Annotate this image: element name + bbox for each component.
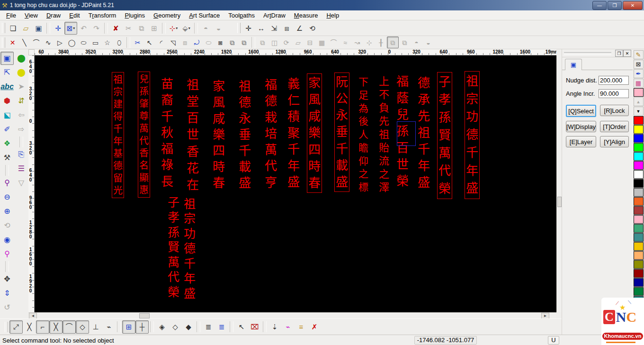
redraw-tool[interactable]: ⟲ — [0, 219, 14, 232]
pick-add-button[interactable]: ↖ — [235, 320, 248, 334]
menu-toolpaths[interactable]: Toolpaths — [224, 11, 259, 20]
preview-zoom-tool[interactable]: ⚲ — [0, 176, 14, 190]
pick-node-button[interactable]: ↖ — [143, 36, 155, 48]
color-swatch-13[interactable] — [634, 224, 644, 233]
ring-button[interactable]: ⬭ — [203, 36, 215, 48]
draw-oval-button[interactable]: ⬯ — [113, 36, 125, 48]
nc-cutter-tool[interactable]: ⚒ — [0, 151, 14, 164]
calligraphy-column[interactable]: 祖 宗 功 德 千 年 盛 — [184, 197, 196, 301]
menu-plugins[interactable]: Plugins — [120, 11, 149, 20]
nudge-dist-field[interactable] — [599, 76, 629, 85]
color-swatch-5[interactable] — [634, 152, 644, 161]
pan-tool[interactable]: ✥ — [0, 272, 14, 286]
snap-corner-toggle[interactable]: ⌐ — [36, 320, 49, 334]
mirror-button[interactable]: ◫ — [268, 36, 280, 48]
calligraphy-column[interactable]: 子 孝 孫 賢 萬 代 榮 — [437, 72, 452, 199]
draw-rect-button[interactable]: ▭ — [89, 36, 101, 48]
color-swatch-12[interactable] — [634, 215, 644, 224]
save-file-button[interactable]: ▣ — [32, 22, 45, 35]
node-edit-tool[interactable]: ⇱ — [0, 66, 14, 79]
shade-half-button[interactable]: ◓ — [199, 22, 212, 35]
calligraphy-column[interactable]: 兒 孫 肇 尊 萬 代 香 名 顯 惠 — [138, 72, 150, 198]
new-file-button[interactable]: ❏ — [7, 22, 19, 35]
menu-geometry[interactable]: Geometry — [149, 11, 185, 20]
panel-header[interactable]: ❐ ✕ — [562, 49, 633, 57]
undo-button[interactable]: ↶ — [77, 22, 90, 35]
color-scroll-up-button[interactable]: ▲ — [634, 97, 644, 106]
calligraphy-column[interactable]: 祖 堂 百 世 香 花 在 — [187, 77, 199, 193]
close-button[interactable]: ✕ — [623, 1, 643, 10]
ungroup-button[interactable]: ⧉ — [399, 36, 411, 48]
panel-restore-button[interactable]: ❐ — [615, 50, 623, 57]
pick-frame-button[interactable]: ⊠ — [634, 60, 644, 69]
color-swatch-19[interactable] — [634, 278, 644, 287]
open-file-button[interactable]: ▱ — [19, 22, 32, 35]
shade-b-button[interactable]: ◒ — [422, 36, 434, 48]
select-mode-button[interactable]: [Q]Select — [566, 105, 596, 117]
draw-circle-button[interactable]: ◯ — [66, 36, 78, 48]
toolbar-grip[interactable] — [237, 23, 241, 33]
group-add-button[interactable]: ⧉ — [238, 36, 250, 48]
copy-button[interactable]: ⧉ — [135, 22, 148, 35]
menu-draw[interactable]: Draw — [42, 11, 65, 20]
color-swatch-17[interactable] — [634, 260, 644, 269]
calligraphy-column[interactable]: 祖 宗 建 得 千 年 基 德 留 光 — [112, 72, 124, 198]
snap-endpoint-toggle[interactable]: ⤢ — [9, 320, 23, 334]
draw-polygon-button[interactable]: ▷ — [54, 36, 66, 48]
offset-rect-button[interactable]: ⧈ — [179, 36, 191, 48]
horizontal-scrollbar[interactable]: ◄ ► — [28, 312, 556, 318]
draw-point-button[interactable]: ✕ — [7, 36, 18, 48]
calligraphy-column[interactable]: 家 風 咸 樂 四 時 春 — [213, 78, 225, 191]
show-all-toggle[interactable]: ⬤ — [15, 52, 28, 65]
select-frame-button[interactable]: ⊠▾ — [64, 22, 77, 35]
measure-rect-button[interactable]: ⧈ — [280, 22, 293, 35]
show-selected-toggle[interactable]: ⬤ — [15, 66, 28, 79]
measure-arc-button[interactable]: ⟲ — [306, 22, 319, 35]
snap-quadrant-toggle[interactable]: ◇ — [76, 320, 89, 334]
menu-file[interactable]: File — [2, 11, 20, 20]
toolbar-grip[interactable] — [2, 23, 5, 33]
color-swatch-9[interactable] — [634, 188, 644, 197]
layers-panel-button[interactable]: ⎘ — [15, 148, 28, 161]
color-swatch-8[interactable] — [634, 179, 644, 188]
panel-grip[interactable] — [564, 52, 611, 55]
color-swatch-6[interactable] — [634, 161, 644, 170]
menu-help[interactable]: Help — [322, 11, 343, 20]
zoom-out-tool[interactable]: ⊖ — [0, 191, 14, 204]
calligraphy-column[interactable]: 家 風 咸 樂 四 時 春 — [307, 73, 322, 193]
nudge-tool-button[interactable]: ✛ — [52, 22, 64, 35]
draw-line-button[interactable]: ╲ — [18, 36, 30, 48]
color-swatch-15[interactable] — [634, 242, 644, 251]
calligraphy-column[interactable]: 祖 德 永 垂 千 載 盛 — [239, 78, 251, 191]
scroll-left-arrow[interactable]: ◄ — [29, 313, 37, 319]
zoom-in-tool[interactable]: ⊕ — [0, 205, 14, 218]
color-swatch-16[interactable] — [634, 251, 644, 260]
fill-tool[interactable]: ⬕ — [0, 109, 14, 122]
select-tool[interactable]: ▣ — [0, 52, 14, 65]
prev-page-button[interactable]: ⇦ — [15, 109, 28, 122]
panel-close-button[interactable]: ✕ — [623, 50, 631, 57]
color-scroll-down-button[interactable]: ▼ — [634, 107, 644, 116]
dropper-button[interactable]: ✒ — [634, 69, 644, 78]
draw-arc-button[interactable]: ⌒ — [30, 36, 42, 48]
snap-verify-button[interactable]: ⌁ — [281, 320, 295, 334]
shade-solid-button[interactable]: ◒ — [212, 22, 225, 35]
calligraphy-column[interactable]: 上 不 負 先 祖 貽 流 之 澤 — [379, 75, 389, 194]
snap-diamond-vertex-toggle[interactable]: ◇ — [169, 320, 182, 334]
draw-star-button[interactable]: ☆ — [101, 36, 113, 48]
color-swatch-11[interactable] — [634, 206, 644, 215]
pick-light-tool[interactable]: ➤ — [15, 80, 28, 93]
axis-origin-button[interactable]: ⊹▾ — [167, 22, 180, 35]
view-all-tool[interactable]: ◉ — [0, 233, 14, 246]
zoom-extent-tool[interactable]: ⇕ — [0, 287, 14, 300]
menu-art-surface[interactable]: Art Surface — [185, 11, 224, 20]
toolbar-grip[interactable] — [5, 322, 8, 332]
color-swatch-7[interactable] — [634, 170, 644, 179]
zoom-window-tool[interactable]: ⚲ — [0, 247, 14, 261]
edit-color-button[interactable]: ✎ — [634, 50, 644, 59]
snap-nearest-toggle[interactable]: ╳ — [23, 320, 36, 334]
draw-ellipse-button[interactable]: ⬭ — [78, 36, 89, 48]
unit-toggle-button[interactable]: U — [548, 336, 559, 345]
title-bar[interactable]: ⚒ 1 tong hop chu cau doi.jdp - JDPaint 5… — [0, 0, 644, 10]
selection-box[interactable] — [397, 121, 416, 146]
